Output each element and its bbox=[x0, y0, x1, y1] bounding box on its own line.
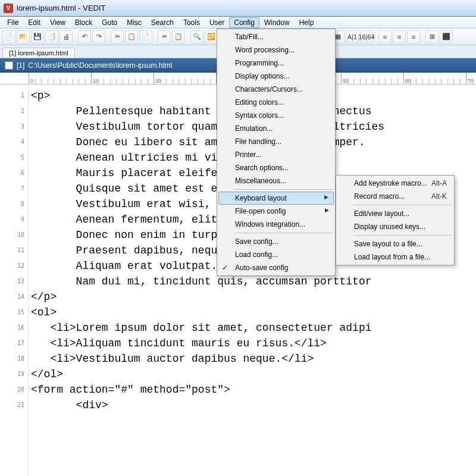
menu-edit[interactable]: Edit bbox=[23, 17, 45, 28]
line-number: 4 bbox=[0, 134, 28, 150]
line-number: 18 bbox=[0, 351, 28, 367]
line-number: 13 bbox=[0, 274, 28, 289]
menu-help[interactable]: Help bbox=[295, 17, 319, 28]
menu-item-auto-save-config[interactable]: ✓Auto-save config bbox=[218, 261, 334, 274]
titlebar: V lorem-ipsum.html - VEDIT bbox=[0, 0, 476, 17]
toolbar-button[interactable]: 📋 bbox=[172, 30, 185, 43]
line-number: 19 bbox=[0, 367, 28, 382]
toolbar-button[interactable]: ⬛ bbox=[440, 30, 453, 43]
menu-item-edit-view-layout[interactable]: Edit/view layout... bbox=[337, 207, 453, 220]
menu-item-display-unused-keys[interactable]: Display unused keys... bbox=[337, 220, 453, 233]
toolbar-button[interactable]: ✂ bbox=[111, 30, 124, 43]
line-number: 11 bbox=[0, 243, 28, 258]
app-icon: V bbox=[4, 4, 13, 13]
menu-item-word-processing[interactable]: Word processing... bbox=[218, 43, 334, 57]
menu-misc[interactable]: Misc bbox=[122, 17, 146, 28]
toolbar-button[interactable]: 💾 bbox=[31, 30, 44, 43]
line-number: 5 bbox=[0, 150, 28, 165]
keyboard-layout-submenu[interactable]: Add keystroke macro...Alt-ARecord macro.… bbox=[336, 175, 455, 265]
menu-item-record-macro[interactable]: Record macro...Alt-K bbox=[337, 190, 453, 203]
menu-item-miscellaneous[interactable]: Miscellaneous... bbox=[218, 174, 334, 187]
menu-item-save-config[interactable]: Save config... bbox=[218, 235, 334, 248]
menu-item-display-options[interactable]: Display options... bbox=[218, 70, 334, 83]
line-number: 20 bbox=[0, 382, 28, 397]
toolbar-button[interactable]: 🔍 bbox=[190, 30, 203, 43]
menu-item-characters-cursors[interactable]: Characters/Cursors... bbox=[218, 83, 334, 96]
line-number: 2 bbox=[0, 104, 28, 119]
line-number: 9 bbox=[0, 212, 28, 227]
menu-item-editing-colors[interactable]: Editing colors... bbox=[218, 96, 334, 109]
menu-item-printer[interactable]: Printer... bbox=[218, 148, 334, 161]
menubar: FileEditViewBlockGotoMiscSearchToolsUser… bbox=[0, 17, 476, 29]
line-number: 7 bbox=[0, 181, 28, 196]
line-number: 15 bbox=[0, 305, 28, 320]
shortcut-label: Alt-K bbox=[431, 192, 447, 201]
toolbar-button[interactable]: ↷ bbox=[92, 30, 105, 43]
toolbar-button[interactable]: 📄 bbox=[2, 30, 15, 43]
menu-user[interactable]: User bbox=[205, 17, 229, 28]
line-number: 6 bbox=[0, 165, 28, 181]
line-number: 21 bbox=[0, 397, 28, 413]
menu-item-save-layout-to-a-file[interactable]: Save layout to a file... bbox=[337, 237, 453, 250]
chevron-right-icon: ▶ bbox=[325, 207, 329, 213]
toolbar-button[interactable]: A|1 bbox=[346, 30, 359, 43]
menu-item-add-keystroke-macro[interactable]: Add keystroke macro...Alt-A bbox=[337, 177, 453, 190]
toolbar-button[interactable]: ⊞ bbox=[425, 30, 439, 43]
menu-item-load-config[interactable]: Load config... bbox=[218, 248, 334, 261]
shortcut-label: Alt-A bbox=[431, 179, 447, 187]
document-icon bbox=[5, 61, 13, 70]
toolbar-button[interactable]: ≡ bbox=[407, 30, 420, 43]
document-tab[interactable]: [1] lorem-ipsum.html bbox=[2, 48, 75, 58]
check-icon: ✓ bbox=[222, 264, 228, 272]
menu-search[interactable]: Search bbox=[146, 17, 178, 28]
menu-item-keyboard-layout[interactable]: Keyboard layout▶ bbox=[218, 192, 334, 205]
menu-config[interactable]: Config bbox=[229, 17, 259, 28]
path-text: C:\Users\Public\Documents\lorem-ipsum.ht… bbox=[28, 61, 172, 70]
line-number: 17 bbox=[0, 336, 28, 351]
line-number: 14 bbox=[0, 289, 28, 305]
line-number: 8 bbox=[0, 196, 28, 212]
line-number: 16 bbox=[0, 320, 28, 336]
window-title: lorem-ipsum.html - VEDIT bbox=[17, 4, 106, 12]
toolbar-button[interactable]: 📂 bbox=[17, 30, 30, 43]
menu-item-load-layout-from-a-file[interactable]: Load layout from a file... bbox=[337, 250, 453, 264]
chevron-right-icon: ▶ bbox=[324, 194, 328, 200]
line-number: 12 bbox=[0, 258, 28, 274]
line-number: 3 bbox=[0, 119, 28, 134]
menu-item-syntax-colors[interactable]: Syntax colors... bbox=[218, 109, 334, 122]
menu-view[interactable]: View bbox=[45, 17, 70, 28]
config-menu-dropdown[interactable]: Tab/Fill...Word processing...Programming… bbox=[217, 29, 336, 276]
toolbar-button[interactable]: ≡ bbox=[393, 30, 406, 43]
toolbar-button[interactable]: ✂ bbox=[158, 30, 171, 43]
toolbar-button[interactable]: 🖨 bbox=[60, 30, 73, 43]
menu-item-search-options[interactable]: Search options... bbox=[218, 161, 334, 174]
toolbar-button[interactable]: 📑 bbox=[45, 30, 58, 43]
menu-file[interactable]: File bbox=[2, 17, 23, 28]
menu-item-windows-integration[interactable]: Windows integration... bbox=[218, 218, 334, 231]
menu-item-programming[interactable]: Programming... bbox=[218, 57, 334, 70]
menu-item-file-handling[interactable]: File handling... bbox=[218, 135, 334, 148]
toolbar-button[interactable]: 📋 bbox=[125, 30, 138, 43]
menu-item-emulation[interactable]: Emulation... bbox=[218, 122, 334, 135]
line-number: 1 bbox=[0, 88, 28, 104]
menu-tools[interactable]: Tools bbox=[178, 17, 205, 28]
menu-item-file-open-config[interactable]: File-open config▶ bbox=[218, 205, 334, 218]
toolbar-button[interactable]: 16|64 bbox=[360, 30, 373, 43]
menu-block[interactable]: Block bbox=[70, 17, 97, 28]
toolbar-button[interactable]: 🔁 bbox=[205, 30, 218, 43]
toolbar-button[interactable]: 📄 bbox=[139, 30, 152, 43]
menu-goto[interactable]: Goto bbox=[97, 17, 122, 28]
path-prefix: [1] bbox=[17, 61, 24, 70]
gutter: 123456789101112131415161718192021 bbox=[0, 84, 29, 476]
toolbar-button[interactable]: ↶ bbox=[78, 30, 91, 43]
menu-item-tab-fill[interactable]: Tab/Fill... bbox=[218, 30, 334, 43]
line-number: 10 bbox=[0, 227, 28, 243]
ruler-tick: 0 bbox=[29, 73, 33, 84]
toolbar-button[interactable]: ≡ bbox=[378, 30, 392, 43]
menu-window[interactable]: Window bbox=[259, 17, 295, 28]
